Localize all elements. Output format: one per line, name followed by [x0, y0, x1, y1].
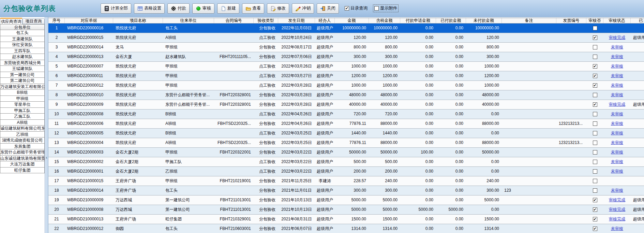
sidebar-list-item[interactable]: 王康建筑队	[0, 36, 44, 42]
audited-checkbox-checked[interactable]	[593, 227, 597, 231]
sidebar-list-item[interactable]: 诚信建筑材料有限公司东营	[0, 126, 44, 132]
toolbar-checkbox[interactable]: 目录查询	[344, 5, 369, 12]
audit-status-link[interactable]: 审核完成	[609, 35, 625, 40]
table-row[interactable]: 8WBRGD220000010凯悦状元府东营什么都能干劳务管...FBHT220…	[48, 90, 644, 100]
audited-checkbox-checked[interactable]	[593, 35, 597, 40]
sidebar-list-item[interactable]: 乙班组	[0, 132, 44, 138]
toolbar-button-new-document[interactable]: 新建	[217, 3, 239, 14]
table-row[interactable]: 6WBRGD220000011凯悦状元府甲班组点工验收2022年03月27日超级…	[48, 71, 644, 81]
audit-status-link[interactable]: 未审核	[611, 83, 623, 88]
audit-status-link[interactable]: 未审核	[611, 64, 623, 69]
audited-checkbox-unchecked[interactable]	[593, 131, 597, 135]
table-row[interactable]: 5WBRGD220000007凯悦状元府甲班组点工验收2022年03月26日超级…	[48, 62, 644, 71]
table-row[interactable]: 20WBRGD210000008万达西城第一建筑公司FBHT211013001分…	[48, 205, 644, 215]
column-header-contract[interactable]: 合同编号	[214, 18, 254, 23]
table-row[interactable]: 7WBRGD220000012凯悦状元府甲班组点工验收2022年03月28日超级…	[48, 81, 644, 90]
column-header-tax[interactable]: 含税金额	[369, 18, 400, 23]
sidebar-list-item[interactable]: 大连万达集团	[0, 161, 44, 168]
column-header-unit[interactable]: 往来单位	[163, 18, 214, 23]
column-header-audit_status[interactable]: 审核状态	[603, 18, 631, 23]
audited-checkbox-unchecked[interactable]	[593, 141, 597, 145]
sidebar-list-item[interactable]: 东辰集团	[0, 144, 44, 150]
table-row[interactable]: 11WBRGD220000006凯悦状元府A班组FBHTSD220325...分…	[48, 119, 644, 129]
toolbar-button-close-door[interactable]: 关闭	[317, 3, 339, 14]
audit-status-link[interactable]: 未审核	[611, 112, 623, 116]
toolbar-button-writeoff-pencil[interactable]: 冲销	[292, 3, 314, 14]
table-row[interactable]: 2WBRGD220000015凯悦状元府A班组点工验收2022年10月24日超级…	[48, 33, 644, 43]
sidebar-list-item[interactable]: 万达建筑安装工程有限公司	[0, 84, 44, 90]
audited-checkbox-unchecked[interactable]	[593, 45, 597, 49]
toolbar-checkbox[interactable]: 显示附件	[373, 5, 398, 12]
audited-checkbox-checked[interactable]	[593, 64, 597, 69]
audit-status-link[interactable]: 未审核	[611, 131, 623, 135]
toolbar-button-calculator[interactable]: 计算全部	[101, 3, 131, 14]
toolbar-button-view-folder[interactable]: 查看	[242, 3, 264, 14]
table-row[interactable]: 12WBRGD220000005凯悦状元府B班组点工验收2022年03月25日超…	[48, 129, 644, 138]
audit-status-link[interactable]: 未审核	[611, 54, 623, 59]
sidebar-list-item[interactable]: 张红安装队	[0, 42, 44, 48]
sidebar-tab-inactive[interactable]: 项目查询	[23, 18, 45, 24]
checkbox-icon[interactable]	[374, 6, 379, 11]
sidebar-list-item[interactable]: 甲施工队	[0, 108, 44, 114]
audit-status-link[interactable]: 未审核	[611, 150, 623, 155]
audit-status-link[interactable]: 未审核	[611, 226, 623, 231]
audited-checkbox-unchecked[interactable]	[593, 112, 597, 116]
audit-status-link[interactable]: 未审核	[611, 73, 623, 78]
audited-checkbox-checked[interactable]	[593, 198, 597, 202]
audited-checkbox-unchecked[interactable]	[593, 26, 597, 30]
column-header-remark[interactable]: 备注	[502, 18, 556, 23]
sidebar-list-item[interactable]: 王四车队	[0, 48, 44, 54]
sidebar-list-item[interactable]: 旺仔集团	[0, 168, 44, 174]
collapse-arrow-icon[interactable]	[45, 155, 48, 160]
sidebar-list-item[interactable]: 第一建筑公司	[0, 72, 44, 78]
table-row[interactable]: 17WBRGD210000015王府井广场甲班组FBHT210219001分包验…	[48, 176, 644, 186]
column-header-operator[interactable]: 经办人	[315, 18, 335, 23]
table-row[interactable]: 21WBRGD210000013王府井广场旺仔集团FBHT210329001分包…	[48, 215, 644, 224]
table-row[interactable]: 13WBRGD220000004凯悦状元府A班组FBHTSD220325...分…	[48, 138, 644, 148]
sidebar-list-item[interactable]: B班组	[0, 90, 44, 96]
column-header-invoice[interactable]: 发票编号	[556, 18, 586, 23]
sidebar-list-item[interactable]: 东营物资局西城分局	[0, 60, 44, 66]
sidebar-list-item[interactable]: 甲班组	[0, 96, 44, 102]
audit-status-link[interactable]: 审核完成	[609, 207, 625, 212]
sidebar-list-item[interactable]: 零星单位	[0, 102, 44, 108]
audited-checkbox-checked[interactable]	[593, 74, 597, 78]
column-header-unpaid[interactable]: 未付款金额	[466, 18, 502, 23]
sidebar-list-item[interactable]: 王猛建筑队	[0, 66, 44, 72]
sidebar-list-item[interactable]: 赵水建筑队	[0, 54, 44, 60]
sidebar-list-item[interactable]: 包工头	[0, 30, 44, 36]
audited-checkbox-checked[interactable]	[593, 217, 597, 221]
column-header-type[interactable]: 验收类型	[254, 18, 278, 23]
column-header-project[interactable]: 项目名称	[113, 18, 163, 23]
audit-status-link[interactable]: 未审核	[611, 121, 623, 126]
sidebar-list-item[interactable]: 乙施工队	[0, 114, 44, 120]
table-row[interactable]: 10WBRGD220000008凯悦状元府B班组点工验收2022年04月26日超…	[48, 110, 644, 119]
toolbar-button-modify-edit[interactable]: 修改	[267, 3, 289, 14]
column-header-amount[interactable]: 金额	[335, 18, 369, 23]
toolbar-button-table-settings[interactable]: 表格设置	[134, 3, 165, 14]
column-header-auditor[interactable]: 已	[631, 18, 644, 23]
column-header-audit_check[interactable]: 审核否	[586, 18, 603, 23]
audited-checkbox-unchecked[interactable]	[593, 169, 597, 174]
sidebar-tab-active[interactable]: 供应商查询	[0, 18, 23, 24]
table-row[interactable]: 3WBRGD220000014龙马甲班组分包验收2022年08月17日超级用户8…	[48, 43, 644, 52]
audit-status-link[interactable]: 审核完成	[609, 198, 625, 202]
audit-status-link[interactable]: 未审核	[611, 188, 623, 193]
table-row[interactable]: 18WBRGD210000014王府井广场包工头分包验收2021年11月01日超…	[48, 186, 644, 195]
table-row[interactable]: 22WBRGD210000012御园包工头FBHT210603001分包验收20…	[48, 224, 644, 233]
table-row[interactable]: 15WBRGD220000002金石大厦2期甲施工队点工验收2022年03月22…	[48, 157, 644, 167]
audited-checkbox-checked[interactable]	[593, 102, 597, 107]
audit-status-link[interactable]: 未审核	[611, 45, 623, 49]
column-header-doc[interactable]: 对应单据	[65, 18, 113, 23]
sidebar-list-item[interactable]: 山东诚信建筑装饰有限责任	[0, 156, 44, 162]
toolbar-button-audit-green-ball[interactable]: 审核	[192, 3, 214, 14]
audited-checkbox-unchecked[interactable]	[593, 160, 597, 164]
sidebar-list-item[interactable]: 淄博元成物资租赁公司	[0, 137, 44, 144]
table-row[interactable]: 9WBRGD220000009凯悦状元府东营什么都能干劳务管...FBHT220…	[48, 100, 644, 110]
column-header-pay_request[interactable]: 付款申请金额	[400, 18, 436, 23]
audit-status-link[interactable]: 审核完成	[609, 217, 625, 221]
audit-status-link[interactable]: 未审核	[611, 169, 623, 174]
sidebar-list-item[interactable]: 第二建筑公司	[0, 78, 44, 84]
table-row-selected[interactable]: 1WBRGD220000016凯悦状元府包工头分包验收2022年11月03日超级…	[48, 24, 644, 33]
audited-checkbox-unchecked[interactable]	[593, 188, 597, 193]
